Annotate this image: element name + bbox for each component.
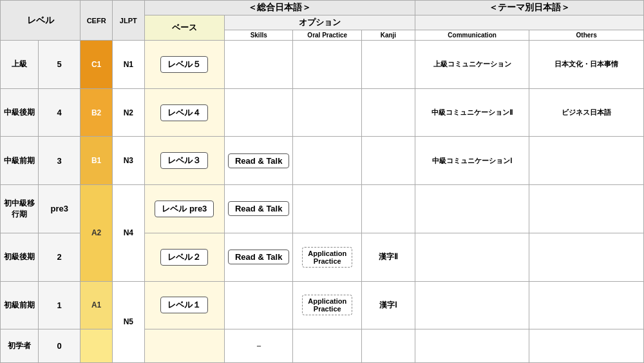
grammar-cell: レベル pre3 [144, 185, 224, 233]
skills-cell [224, 88, 293, 137]
comm-cell [415, 281, 529, 329]
kanji-cell: 漢字Ⅱ [361, 233, 415, 281]
others-cell: ビジネス日本語 [529, 88, 644, 137]
kanji-cell [361, 88, 415, 137]
skills-cell: Read & Talk [224, 233, 293, 281]
grammar-cell: レベル５ [144, 41, 224, 89]
skills-cell: － [224, 329, 293, 363]
jlpt-cell: N3 [112, 137, 144, 185]
kanji-header: Kanji [361, 30, 415, 41]
grammar-cell: レベル１ [144, 281, 224, 329]
thema-header: ＜テーマ別日本語＞ [415, 1, 643, 15]
oral-cell [293, 137, 362, 185]
level-label-cell: 初級前期 [1, 281, 39, 329]
skills-cell [224, 41, 293, 89]
level-box: レベル４ [160, 104, 208, 121]
kanji-cell [361, 329, 415, 363]
comm-cell [415, 329, 529, 363]
skills-cell [224, 281, 293, 329]
oral-cell [293, 88, 362, 137]
level-box: レベル pre3 [155, 201, 214, 217]
table-row: 上級5C1N1レベル５上級コミュニケーション日本文化・日本事情 [1, 41, 644, 89]
jlpt-header: JLPT [112, 1, 144, 41]
skills-box: Read & Talk [228, 153, 289, 168]
level-label-cell: 初級後期 [1, 233, 39, 281]
level-number-cell: pre3 [39, 185, 80, 233]
others-cell [529, 137, 644, 185]
table-row: 初中級移行期pre3A2N4レベル pre3Read & Talk [1, 185, 644, 233]
grammar-cell [144, 329, 224, 363]
oral-cell [293, 41, 362, 89]
jlpt-cell: N5 [112, 281, 144, 362]
comm-header: Communication [415, 30, 529, 41]
oral-cell: Application Practice [293, 233, 362, 281]
skills-cell: Read & Talk [224, 137, 293, 185]
skills-cell: Read & Talk [224, 185, 293, 233]
level-number-cell: 1 [39, 281, 80, 329]
main-table-wrapper: レベル CEFR JLPT ＜総合日本語＞ ＜テーマ別日本語＞ ベース オプショ… [0, 0, 644, 363]
level-label-cell: 上級 [1, 41, 39, 89]
table-row: 中級前期3B1N3レベル３Read & Talk中級コミュニケーションⅠ [1, 137, 644, 185]
cefr-header: CEFR [80, 1, 113, 41]
level-label-cell: 中級後期 [1, 88, 39, 137]
oral-cell [293, 185, 362, 233]
level-number-cell: 3 [39, 137, 80, 185]
skills-box: Read & Talk [228, 250, 289, 264]
others-cell [529, 185, 644, 233]
grammar-cell: レベル４ [144, 88, 224, 137]
comm-cell [415, 233, 529, 281]
grammar-cell: レベル２ [144, 233, 224, 281]
table-row: 初学者0－ [1, 329, 644, 363]
cefr-cell: B1 [80, 137, 113, 185]
comm-cell: 中級コミュニケーションⅡ [415, 88, 529, 137]
comm-cell: 上級コミュニケーション [415, 41, 529, 89]
table-row: 中級後期4B2N2レベル４中級コミュニケーションⅡビジネス日本語 [1, 88, 644, 137]
practice-box: Application Practice [302, 247, 352, 268]
cefr-cell [80, 329, 113, 363]
cefr-cell: A2 [80, 185, 113, 281]
others-cell [529, 329, 644, 363]
sogo-header: ＜総合日本語＞ [144, 1, 415, 15]
oral-cell [293, 329, 362, 363]
others-cell: 日本文化・日本事情 [529, 41, 644, 89]
level-box: レベル２ [160, 249, 208, 266]
kanji-cell [361, 185, 415, 233]
skills-header: Skills [224, 30, 293, 41]
others-cell [529, 281, 644, 329]
kanji-cell [361, 41, 415, 89]
oral-cell: Application Practice [293, 281, 362, 329]
others-cell [529, 233, 644, 281]
cefr-cell: B2 [80, 88, 113, 137]
kanji-cell: 漢字Ⅰ [361, 281, 415, 329]
level-number-cell: 2 [39, 233, 80, 281]
level-label-cell: 中級前期 [1, 137, 39, 185]
level-number-cell: 4 [39, 88, 80, 137]
base-header: ベース [144, 15, 224, 41]
level-label-cell: 初学者 [1, 329, 39, 363]
level-number-cell: 5 [39, 41, 80, 89]
level-box: レベル５ [160, 56, 208, 73]
level-number-cell: 0 [39, 329, 80, 363]
grammar-cell: レベル３ [144, 137, 224, 185]
oral-header: Oral Practice [293, 30, 362, 41]
practice-box: Application Practice [302, 295, 352, 315]
course-table: レベル CEFR JLPT ＜総合日本語＞ ＜テーマ別日本語＞ ベース オプショ… [0, 0, 644, 363]
jlpt-cell: N4 [112, 185, 144, 281]
skills-box: Read & Talk [228, 201, 289, 216]
level-box: レベル１ [160, 297, 208, 313]
jlpt-cell: N1 [112, 41, 144, 89]
others-header: Others [529, 30, 644, 41]
cefr-cell: C1 [80, 41, 113, 89]
jlpt-cell: N2 [112, 88, 144, 137]
comm-cell [415, 185, 529, 233]
level-header: レベル [1, 1, 80, 41]
table-row: 初級前期1A1N5レベル１Application Practice漢字Ⅰ [1, 281, 644, 329]
level-label-cell: 初中級移行期 [1, 185, 39, 233]
option-header: オプション [224, 15, 415, 30]
comm-cell: 中級コミュニケーションⅠ [415, 137, 529, 185]
cefr-cell: A1 [80, 281, 113, 329]
level-box: レベル３ [160, 152, 208, 169]
kanji-cell [361, 137, 415, 185]
